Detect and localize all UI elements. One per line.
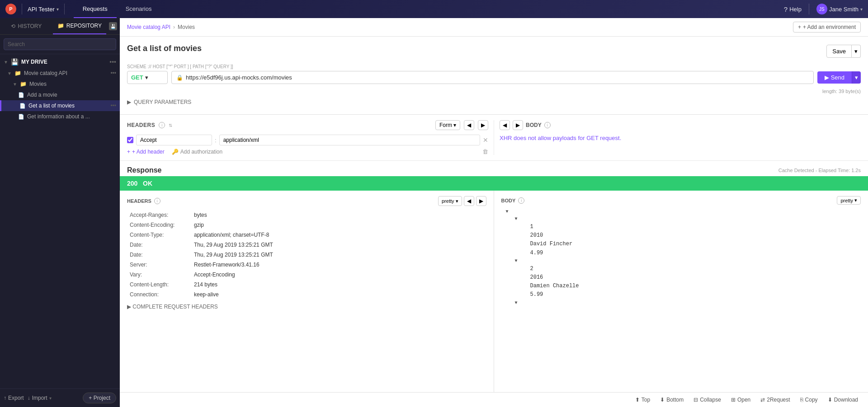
resp-headers-header: HEADERS i pretty ▾ ◀ ▶ (127, 196, 486, 206)
tree-item-add-movie[interactable]: 📄 Add a movie (0, 89, 120, 100)
xml-line: 5.99 (501, 290, 861, 299)
add-movie-file-icon: 📄 (18, 92, 24, 98)
key-icon: 🔑 (172, 149, 179, 155)
breadcrumb-catalog[interactable]: Movie catalog API (127, 24, 170, 30)
tree-item-movies[interactable]: ▼ 📁 Movies (0, 79, 120, 89)
get-info-file-icon: 📄 (18, 114, 24, 120)
headers-arrow-left[interactable]: ◀ (464, 120, 474, 130)
tree-item-movie-catalog[interactable]: ▼ 📁 Movie catalog API ••• (0, 68, 120, 79)
header-value-1[interactable] (219, 135, 480, 145)
complete-req-label: ▶ COMPLETE REQUEST HEADERS (127, 304, 218, 310)
headers-section-header: HEADERS i ⇅ Form ▾ ◀ ▶ (127, 120, 488, 130)
to-request-icon: ⇄ (760, 397, 765, 403)
nav-tab-requests[interactable]: Requests (74, 0, 117, 18)
save-chevron-icon: ▾ (854, 48, 858, 55)
response-section: Response Cache Detected - Elapsed Time: … (120, 161, 868, 407)
movies-label: Movies (29, 81, 47, 87)
open-icon: ⊞ (731, 397, 736, 403)
headers-body-panel: HEADERS i ⇅ Form ▾ ◀ ▶ (120, 115, 868, 161)
app-logo: P (5, 4, 16, 14)
response-header-row: Vary:Accept-Encoding (128, 270, 486, 279)
breadcrumb-sep: › (173, 24, 175, 30)
resp-headers-controls: pretty ▾ ◀ ▶ (438, 196, 486, 206)
complete-request-toggle[interactable]: ▶ COMPLETE REQUEST HEADERS (127, 300, 486, 310)
add-movie-label: Add a movie (27, 92, 57, 98)
body-info-icon: i (544, 122, 551, 128)
content-area: Movie catalog API › Movies + + Add an en… (120, 18, 868, 407)
copy-label: Copy (805, 397, 818, 403)
xml-toggle[interactable]: ▼ (515, 215, 518, 223)
tree-item-get-info[interactable]: 📄 Get information about a ... (0, 111, 120, 122)
method-select[interactable]: GET ▾ (127, 71, 168, 84)
my-drive-more[interactable]: ••• (109, 58, 116, 65)
tree-item-get-movies[interactable]: 📄 Get a list of movies ••• (0, 100, 120, 111)
status-text: OK (143, 180, 152, 187)
copy-icon: ⎘ (800, 397, 803, 403)
top-button[interactable]: ⬆ Top (632, 395, 653, 404)
open-button[interactable]: ⊞ Open (728, 395, 753, 404)
query-params-toggle[interactable]: ▶ QUERY PARAMETERS (127, 97, 861, 107)
xml-toggle[interactable]: ▼ (515, 257, 518, 265)
response-header-row: Date:Thu, 29 Aug 2019 13:25:21 GMT (128, 240, 486, 249)
tree-item-my-drive[interactable]: ▼ 💾 MY DRIVE ••• (0, 56, 120, 68)
user-menu[interactable]: JS Jane Smith ▾ (816, 4, 863, 14)
add-auth-button[interactable]: 🔑 Add authorization (172, 148, 222, 155)
save-button[interactable]: Save (826, 45, 852, 58)
headers-arrow-right[interactable]: ▶ (478, 120, 488, 130)
collapse-button[interactable]: ⊟ Collapse (691, 395, 724, 404)
resp-arrow-left[interactable]: ◀ (464, 196, 474, 206)
copy-button[interactable]: ⎘ Copy (797, 395, 821, 404)
movie-catalog-more[interactable]: ••• (110, 70, 116, 76)
request-url-row: GET ▾ 🔒 ▶ Send ▾ (127, 71, 861, 84)
download-label: Download (834, 397, 858, 403)
header-key-1[interactable] (136, 135, 212, 145)
response-header-row: Accept-Ranges:bytes (128, 211, 486, 220)
get-movies-more[interactable]: ••• (110, 103, 116, 109)
resp-body-header: BODY i pretty ▾ (501, 196, 861, 205)
app-name-chevron[interactable]: ▾ (57, 7, 59, 12)
movie-catalog-label: Movie catalog API (24, 70, 67, 76)
project-button[interactable]: + Project (83, 393, 116, 403)
query-params-chevron-icon: ▶ (127, 99, 131, 105)
resp-headers-pretty-btn[interactable]: pretty ▾ (438, 196, 462, 206)
body-section-header: ◀ ▶ BODY i (500, 120, 861, 130)
resp-arrow-right[interactable]: ▶ (476, 196, 486, 206)
nav-tab-scenarios[interactable]: Scenarios (117, 0, 161, 18)
user-name: Jane Smith (829, 6, 859, 13)
import-button[interactable]: ↓ Import ▾ (28, 395, 52, 401)
add-environment-button[interactable]: + + Add an environment (793, 22, 861, 33)
download-button[interactable]: ⬇ Download (825, 395, 861, 404)
xml-toggle[interactable]: ▼ (506, 208, 509, 215)
resp-body-pretty-btn[interactable]: pretty ▾ (837, 196, 861, 205)
save-dropdown-button[interactable]: ▾ (852, 45, 861, 58)
response-header-row: Content-Type:application/xml; charset=UT… (128, 230, 486, 239)
send-button[interactable]: ▶ Send (817, 71, 852, 84)
sidebar-tab-repository[interactable]: 📁 REPOSITORY (53, 18, 106, 34)
to-request-button[interactable]: ⇄ 2Request (758, 395, 793, 404)
help-button[interactable]: ? Help (784, 5, 802, 13)
add-env-label: + Add an environment (803, 24, 856, 30)
headers-column: HEADERS i ⇅ Form ▾ ◀ ▶ (127, 120, 494, 155)
breadcrumb-movies[interactable]: Movies (178, 24, 195, 30)
body-arrow-left[interactable]: ◀ (500, 120, 510, 130)
delete-all-button[interactable]: 🗑 (482, 148, 488, 155)
sidebar-tab-history[interactable]: ⟲ HISTORY (0, 18, 53, 34)
bottom-button[interactable]: ⬇ Bottom (657, 395, 686, 404)
xml-toggle[interactable]: ▼ (515, 299, 518, 307)
top-icon: ⬆ (635, 397, 640, 403)
body-arrow-right[interactable]: ▶ (513, 120, 523, 130)
form-button[interactable]: Form ▾ (435, 120, 460, 130)
search-input[interactable] (4, 38, 116, 50)
send-dropdown-button[interactable]: ▾ (852, 71, 861, 84)
response-header-row: Date:Thu, 29 Aug 2019 13:25:21 GMT (128, 250, 486, 259)
add-env-plus-icon: + (798, 24, 801, 30)
url-input[interactable] (186, 74, 809, 81)
resp-body-label: BODY (501, 198, 516, 203)
header-delete-1[interactable]: ✕ (483, 136, 488, 144)
status-code: 200 (127, 180, 137, 187)
add-header-button[interactable]: + + Add header (127, 148, 165, 155)
export-button[interactable]: ↑ Export (4, 395, 24, 401)
header-checkbox-1[interactable] (127, 137, 133, 143)
sort-icon[interactable]: ⇅ (169, 123, 172, 128)
sidebar-save-icon[interactable]: 💾 (106, 18, 120, 34)
